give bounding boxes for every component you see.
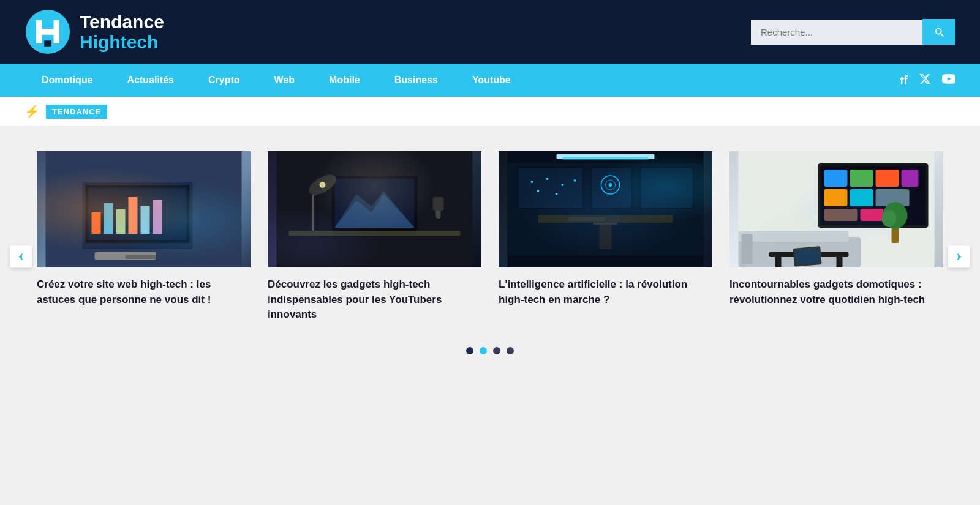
card-image-1 xyxy=(37,151,251,267)
svg-rect-57 xyxy=(850,189,873,206)
nav-item-mobile[interactable]: Mobile xyxy=(312,64,377,97)
youtube-icon[interactable] xyxy=(942,72,956,89)
svg-rect-64 xyxy=(892,219,899,243)
svg-rect-25 xyxy=(508,163,704,255)
svg-rect-61 xyxy=(739,237,861,267)
svg-rect-11 xyxy=(95,252,156,260)
tendance-bar: ⚡ TENDANCE xyxy=(0,97,980,127)
svg-point-47 xyxy=(608,216,622,222)
svg-point-20 xyxy=(306,171,339,199)
chevron-right-icon xyxy=(954,252,964,261)
carousel-container: Créez votre site web high-tech : les ast… xyxy=(37,151,943,323)
svg-rect-69 xyxy=(837,257,843,267)
logo-area: Tendance Hightech xyxy=(24,9,164,55)
nav-items: Domotique Actualités Crypto Web Mobile B… xyxy=(24,64,900,97)
svg-rect-14 xyxy=(289,231,461,236)
carousel-arrow-right[interactable] xyxy=(948,245,970,267)
svg-rect-15 xyxy=(332,176,418,231)
svg-rect-71 xyxy=(795,248,820,264)
svg-rect-59 xyxy=(824,209,858,221)
search-button[interactable] xyxy=(922,19,956,45)
svg-rect-1 xyxy=(46,151,242,267)
chevron-left-icon xyxy=(16,252,26,261)
svg-rect-24 xyxy=(508,151,704,267)
tendance-label: TENDANCE xyxy=(46,105,107,119)
twitter-icon[interactable] xyxy=(919,73,931,88)
svg-rect-53 xyxy=(850,170,873,187)
svg-rect-54 xyxy=(876,170,899,187)
svg-point-38 xyxy=(601,176,620,194)
svg-point-35 xyxy=(556,193,558,195)
svg-rect-67 xyxy=(769,252,849,257)
svg-rect-51 xyxy=(821,166,926,225)
svg-rect-58 xyxy=(876,189,910,206)
logo-text: Tendance Hightech xyxy=(80,12,164,52)
carousel-dot-3[interactable] xyxy=(493,347,500,354)
svg-point-39 xyxy=(606,180,616,190)
svg-rect-60 xyxy=(861,209,884,221)
svg-point-40 xyxy=(609,183,612,187)
nav-item-actualites[interactable]: Actualités xyxy=(110,64,191,97)
svg-point-30 xyxy=(531,181,533,183)
carousel-dots xyxy=(37,347,943,354)
carousel-arrow-left[interactable] xyxy=(10,245,32,267)
svg-point-33 xyxy=(574,179,576,182)
svg-rect-13 xyxy=(277,151,473,267)
logo-line1: Tendance xyxy=(80,12,164,32)
facebook-icon[interactable]: f xyxy=(900,73,908,88)
svg-rect-23 xyxy=(433,197,444,211)
svg-rect-5 xyxy=(92,212,101,234)
nav-item-business[interactable]: Business xyxy=(377,64,455,97)
svg-rect-52 xyxy=(824,170,848,187)
nav-item-domotique[interactable]: Domotique xyxy=(24,64,110,97)
card-4: Incontournables gadgets domotiques : rév… xyxy=(729,151,943,307)
svg-rect-27 xyxy=(563,157,649,160)
svg-rect-48 xyxy=(739,151,935,267)
lightning-icon: ⚡ xyxy=(24,104,40,119)
svg-rect-29 xyxy=(519,168,582,208)
svg-rect-16 xyxy=(335,179,415,228)
card-title-4: Incontournables gadgets domotiques : rév… xyxy=(729,277,943,307)
nav-item-crypto[interactable]: Crypto xyxy=(191,64,257,97)
svg-rect-22 xyxy=(436,200,441,219)
carousel-section: Créez votre site web high-tech : les ast… xyxy=(0,127,980,391)
card-title-1: Créez votre site web high-tech : les ast… xyxy=(37,277,251,307)
card-3: L'intelligence artificielle : la révolut… xyxy=(499,151,712,307)
nav-social: f xyxy=(900,72,956,89)
svg-rect-62 xyxy=(739,231,849,242)
svg-rect-50 xyxy=(818,163,929,228)
svg-rect-10 xyxy=(153,200,162,234)
svg-rect-70 xyxy=(793,246,821,267)
carousel-dot-4[interactable] xyxy=(507,347,514,354)
svg-rect-8 xyxy=(129,197,138,234)
svg-rect-45 xyxy=(538,215,673,223)
svg-rect-41 xyxy=(639,166,695,209)
svg-point-66 xyxy=(882,210,897,227)
svg-rect-7 xyxy=(116,209,126,234)
card-image-3 xyxy=(499,151,712,267)
carousel-dot-2[interactable] xyxy=(480,347,487,354)
search-area xyxy=(751,19,956,45)
svg-rect-26 xyxy=(557,154,655,159)
svg-rect-43 xyxy=(594,222,618,225)
nav-item-youtube[interactable]: Youtube xyxy=(455,64,528,97)
svg-rect-56 xyxy=(824,189,848,206)
svg-point-65 xyxy=(883,202,908,229)
svg-rect-49 xyxy=(739,151,935,267)
card-2: Découvrez les gadgets high-tech indispen… xyxy=(268,151,481,323)
svg-rect-2 xyxy=(83,182,193,249)
svg-rect-36 xyxy=(590,166,633,209)
card-image-4 xyxy=(729,151,943,267)
nav-item-web[interactable]: Web xyxy=(257,64,312,97)
svg-rect-44 xyxy=(600,225,612,249)
svg-rect-6 xyxy=(104,203,113,234)
card-image-2 xyxy=(268,151,481,267)
svg-point-21 xyxy=(320,182,326,188)
svg-rect-37 xyxy=(592,168,631,208)
search-input[interactable] xyxy=(751,20,922,45)
svg-rect-63 xyxy=(742,234,753,264)
carousel-dot-1[interactable] xyxy=(466,347,473,354)
svg-rect-68 xyxy=(775,257,782,267)
svg-rect-46 xyxy=(569,217,606,221)
header: Tendance Hightech xyxy=(0,0,980,64)
